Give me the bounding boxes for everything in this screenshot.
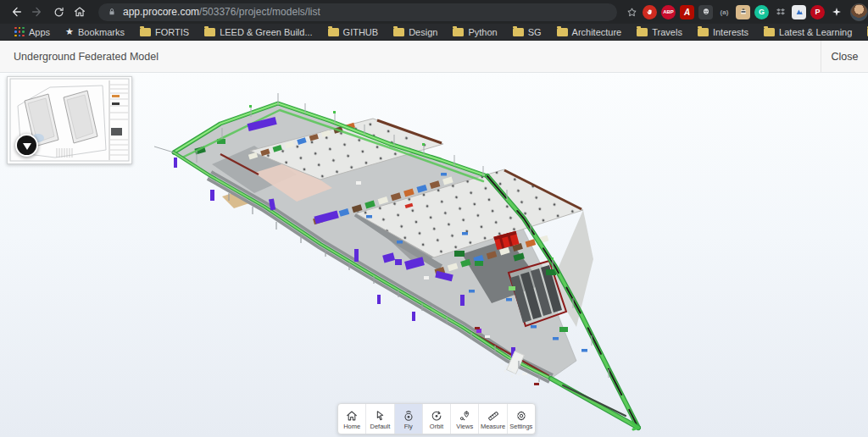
bookmark-folder-fortis[interactable]: FORTIS — [134, 25, 195, 40]
spark-icon — [832, 7, 842, 17]
star-icon — [626, 6, 638, 19]
bookmarks-label: Bookmarks — [78, 27, 125, 37]
bookmark-folder-interests[interactable]: Interests — [692, 25, 754, 40]
robot-face-extension-icon[interactable] — [736, 5, 750, 19]
adblock-plus-extension-icon[interactable]: ABP — [661, 5, 676, 19]
tool-settings-button[interactable]: Settings — [508, 404, 535, 434]
forward-button[interactable] — [28, 3, 47, 21]
box-icon — [776, 7, 786, 17]
close-button[interactable]: Close — [821, 41, 868, 72]
bookmark-folder-sg[interactable]: SG — [507, 25, 548, 40]
adblock-extension-icon[interactable] — [643, 5, 657, 19]
settings-gear-icon — [515, 409, 528, 423]
minimap[interactable] — [7, 76, 132, 164]
folder-icon — [513, 28, 524, 36]
url-domain: app.procore.com — [123, 6, 199, 18]
bookmark-bookmarks[interactable]: ★ Bookmarks — [59, 25, 131, 40]
back-arrow-icon — [9, 5, 23, 19]
bookmark-folder-github[interactable]: GITHUB — [322, 25, 385, 40]
nav-arrow-icon — [23, 143, 31, 150]
viewer-toolbar: Home Default Fly Orbit Views Measure — [337, 403, 536, 434]
hand-icon — [646, 8, 654, 16]
page-title: Underground Federated Model — [0, 51, 159, 63]
folder-icon — [698, 28, 709, 36]
extensions-row: ABP A (a) G P — [643, 5, 843, 19]
tool-views-button[interactable]: Views — [451, 404, 479, 434]
fly-drone-icon — [402, 409, 415, 423]
bookmark-folder-architecture[interactable]: Architecture — [551, 25, 628, 40]
tool-measure-button[interactable]: Measure — [479, 404, 507, 434]
tool-fly-button[interactable]: Fly — [395, 404, 423, 434]
url-path: /503376/project/models/list — [199, 6, 320, 18]
bookmark-folder-latest-learning[interactable]: Latest & Learning — [758, 25, 858, 40]
tool-orbit-button[interactable]: Orbit — [423, 404, 451, 434]
pinterest-label: P — [815, 8, 820, 16]
orbit-icon — [430, 409, 443, 423]
back-button[interactable] — [7, 3, 25, 21]
lock-icon — [107, 7, 117, 17]
abp-label: ABP — [663, 9, 674, 14]
folder-icon — [328, 28, 339, 36]
star-icon: ★ — [65, 27, 74, 36]
extensions-puzzle-icon[interactable] — [829, 5, 843, 19]
tool-default-button[interactable]: Default — [366, 404, 394, 434]
home-icon — [345, 409, 359, 423]
folder-icon — [204, 28, 215, 36]
folder-icon — [393, 28, 404, 36]
bookmark-folder-tools[interactable]: Tools — [861, 25, 868, 40]
minimap-nav-puck[interactable] — [15, 134, 38, 157]
mask-icon — [702, 8, 710, 16]
bookmark-folder-python[interactable]: Python — [447, 25, 503, 40]
blue-a-extension-icon[interactable] — [792, 5, 806, 19]
bookmarks-bar: Apps ★ Bookmarks FORTIS LEED & Green Bui… — [0, 24, 868, 41]
apps-label: Apps — [29, 27, 50, 37]
grammarly-label: G — [759, 8, 765, 16]
browser-home-icon — [73, 5, 86, 19]
robot-icon — [739, 8, 748, 16]
views-pin-icon — [458, 409, 471, 423]
pinterest-extension-icon[interactable]: P — [810, 5, 825, 19]
cursor-icon — [373, 409, 387, 423]
bookmark-folder-leed[interactable]: LEED & Green Build... — [198, 25, 318, 40]
mountain-icon — [795, 8, 804, 16]
forward-arrow-icon — [31, 5, 44, 19]
folder-icon — [764, 28, 775, 36]
home-button[interactable] — [70, 3, 89, 21]
acrobat-extension-icon[interactable]: A — [680, 5, 694, 19]
dark-mask-extension-icon[interactable] — [698, 5, 713, 19]
browser-window: app.procore.com/503376/project/models/li… — [0, 0, 868, 437]
folder-icon — [453, 28, 464, 36]
apps-grid-icon — [14, 27, 25, 37]
reload-button[interactable] — [49, 3, 68, 21]
folder-icon — [557, 28, 568, 36]
grammarly-extension-icon[interactable]: G — [754, 5, 769, 19]
profile-avatar[interactable] — [850, 3, 868, 21]
acrobat-label: A — [684, 8, 690, 17]
dropbox-extension-icon[interactable] — [773, 5, 787, 19]
bookmark-apps[interactable]: Apps — [8, 25, 56, 40]
parens-label: (a) — [721, 8, 729, 16]
measure-ruler-icon — [487, 409, 500, 423]
model-site — [154, 93, 638, 429]
folder-icon — [637, 28, 648, 36]
bookmark-star-button[interactable] — [623, 3, 640, 20]
url-text: app.procore.com/503376/project/models/li… — [123, 6, 320, 18]
reload-icon — [53, 6, 65, 19]
page-header: Underground Federated Model Close — [0, 41, 868, 73]
address-bar[interactable]: app.procore.com/503376/project/models/li… — [98, 3, 617, 21]
browser-toolbar: app.procore.com/503376/project/models/li… — [0, 0, 868, 24]
tool-home-button[interactable]: Home — [338, 404, 366, 434]
folder-icon — [140, 28, 151, 36]
bookmark-folder-travels[interactable]: Travels — [631, 25, 688, 40]
bookmark-folder-design[interactable]: Design — [387, 25, 443, 40]
model-viewer: Home Default Fly Orbit Views Measure — [0, 73, 868, 437]
parentheses-extension-icon[interactable]: (a) — [717, 5, 732, 19]
